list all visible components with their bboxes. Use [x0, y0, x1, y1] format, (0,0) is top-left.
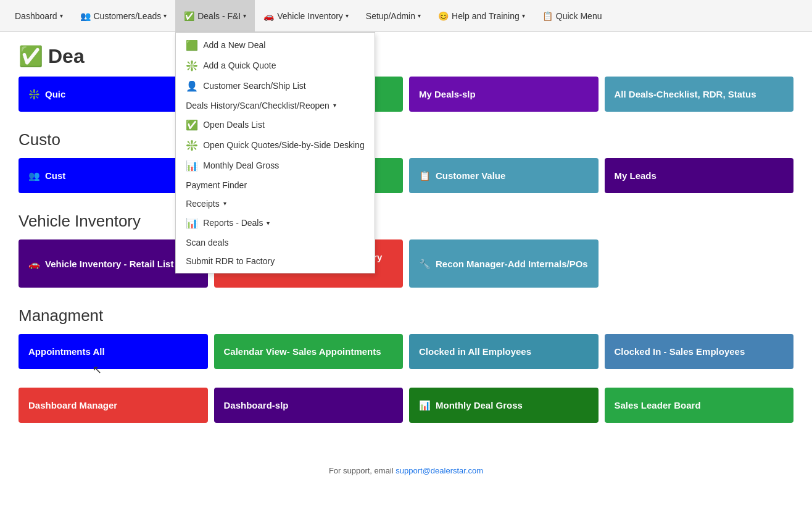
add-deal-icon: 🟩: [186, 40, 198, 51]
nav-vehicle-label: Vehicle Inventory: [277, 11, 343, 21]
vehicle-nav-icon: 🚗: [263, 11, 274, 21]
nav-vehicle-caret: ▾: [346, 12, 349, 19]
main-content: ✅ Dea ❇️ Quic My Deals-slp All Deals-Che…: [0, 32, 812, 454]
btn-clocked-in-all[interactable]: Clocked in All Employees: [409, 334, 599, 369]
nav-vehicle-inventory[interactable]: 🚗 Vehicle Inventory ▾: [255, 0, 357, 32]
footer-text: For support, email: [329, 466, 396, 475]
deals-button-grid: ❇️ Quic My Deals-slp All Deals-Checklist…: [19, 77, 793, 112]
nav-dashboard[interactable]: Dashboard ▾: [6, 0, 72, 32]
customer-search-icon: 👤: [186, 80, 198, 92]
nav-quick-menu-label: Quick Menu: [556, 11, 602, 21]
nav-deals-fni[interactable]: ✅ Deals - F&I ▾ 🟩 Add a New Deal ❇️ Add …: [175, 0, 255, 32]
deals-title-check: ✅: [19, 44, 43, 68]
reports-caret: ▾: [267, 220, 270, 227]
management-button-grid: Appointments All Calendar View- Sales Ap…: [19, 334, 793, 369]
dropdown-submit-rdr[interactable]: Submit RDR to Factory: [176, 252, 374, 270]
customers-button-grid: 👥 Cust Shop Today 📋 Customer Value My Le…: [19, 158, 793, 193]
management-section: Managment Appointments All Calendar View…: [19, 306, 793, 423]
quick-quote-icon: ❇️: [186, 60, 198, 72]
nav-help-label: Help and Training: [452, 11, 520, 21]
nav-setup-caret: ▾: [418, 12, 421, 19]
btn-clocked-in-sales[interactable]: Clocked In - Sales Employees: [605, 334, 794, 369]
dropdown-open-deals[interactable]: ✅ Open Deals List: [176, 115, 374, 135]
nav-setup-admin[interactable]: Setup/Admin ▾: [357, 0, 429, 32]
vehicle-inventory-section: Vehicle Inventory 🚗 Vehicle Inventory - …: [19, 212, 793, 288]
btn-appointments-all[interactable]: Appointments All: [19, 334, 208, 369]
deals-history-caret: ▾: [333, 102, 336, 109]
management-section-title: Managment: [19, 306, 793, 325]
nav-customers-label: Customers/Leads: [94, 11, 162, 21]
btn-sales-leader-board[interactable]: Sales Leader Board: [605, 388, 794, 423]
btn-recon-manager[interactable]: 🔧 Recon Manager-Add Internals/POs: [409, 239, 599, 288]
customers-icon: 👥: [80, 11, 91, 21]
btn-all-deals-checklist[interactable]: All Deals-Checklist, RDR, Status: [605, 77, 794, 112]
nav-dashboard-label: Dashboard: [15, 11, 57, 21]
monthly-gross-btn-icon: 📊: [419, 399, 431, 412]
vehicle-inventory-button-grid: 🚗 Vehicle Inventory - Retail List Vehicl…: [19, 239, 793, 288]
nav-quick-menu[interactable]: 📋 Quick Menu: [534, 0, 611, 32]
management-button-grid-2: Dashboard Manager Dashboard-slp 📊 Monthl…: [19, 388, 793, 423]
btn-my-leads[interactable]: My Leads: [605, 158, 794, 193]
nav-help-caret: ▾: [522, 12, 525, 19]
dropdown-receipts[interactable]: Receipts ▾: [176, 194, 374, 213]
btn-monthly-deal-gross[interactable]: 📊 Monthly Deal Gross: [409, 388, 599, 423]
dropdown-reports-deals[interactable]: 📊 Reports - Deals ▾: [176, 213, 374, 233]
help-icon: 😊: [438, 11, 449, 21]
reports-icon: 📊: [186, 217, 198, 229]
nav-customers-caret: ▾: [164, 12, 167, 19]
btn-dashboard-slp[interactable]: Dashboard-slp: [214, 388, 404, 423]
footer-email: support@dealerstar.com: [396, 466, 483, 475]
empty-slot: [605, 239, 794, 288]
dropdown-scan-deals[interactable]: Scan deals: [176, 233, 374, 252]
open-deals-icon: ✅: [186, 119, 198, 131]
dropdown-customer-search[interactable]: 👤 Customer Search/Ship List: [176, 76, 374, 96]
vi-retail-icon: 🚗: [28, 257, 40, 270]
footer-email-link[interactable]: support@dealerstar.com: [396, 466, 483, 475]
nav-dashboard-caret: ▾: [60, 12, 63, 19]
dropdown-add-quick-quote[interactable]: ❇️ Add a Quick Quote: [176, 56, 374, 76]
open-quotes-icon: ❇️: [186, 139, 198, 151]
footer: For support, email support@dealerstar.co…: [0, 454, 812, 488]
btn-calendar-view[interactable]: Calendar View- Sales Appointments: [214, 334, 404, 369]
nav-help-training[interactable]: 😊 Help and Training ▾: [429, 0, 534, 32]
navbar: Dashboard ▾ 👥 Customers/Leads ▾ ✅ Deals …: [0, 0, 812, 32]
quick-menu-icon: 📋: [542, 11, 553, 21]
nav-deals-caret: ▾: [243, 12, 246, 19]
vehicle-inventory-section-title: Vehicle Inventory: [19, 212, 793, 231]
dropdown-open-quick-quotes[interactable]: ❇️ Open Quick Quotes/Side-by-Side Deskin…: [176, 135, 374, 156]
dropdown-payment-finder[interactable]: Payment Finder: [176, 176, 374, 194]
deals-section-title: ✅ Dea: [19, 44, 793, 68]
btn-customer-value[interactable]: 📋 Customer Value: [409, 158, 599, 193]
dropdown-monthly-deal-gross[interactable]: 📊 Monthly Deal Gross: [176, 156, 374, 176]
nav-setup-label: Setup/Admin: [366, 11, 415, 21]
deals-dropdown: 🟩 Add a New Deal ❇️ Add a Quick Quote 👤 …: [175, 32, 375, 273]
dropdown-deals-history[interactable]: Deals History/Scan/Checklist/Reopen ▾: [176, 96, 374, 115]
customers-section: Custo 👥 Cust Shop Today 📋 Customer Value…: [19, 130, 793, 193]
recon-icon: 🔧: [419, 257, 431, 270]
monthly-gross-icon: 📊: [186, 160, 198, 172]
nav-customers-leads[interactable]: 👥 Customers/Leads ▾: [72, 0, 176, 32]
dropdown-add-new-deal[interactable]: 🟩 Add a New Deal: [176, 35, 374, 56]
receipts-caret: ▾: [223, 200, 226, 207]
customer-value-icon: 📋: [419, 169, 431, 182]
btn-my-deals-slp[interactable]: My Deals-slp: [409, 77, 599, 112]
customers-section-title: Custo: [19, 130, 793, 149]
deals-section: ✅ Dea ❇️ Quic My Deals-slp All Deals-Che…: [19, 44, 793, 112]
quick-quote-btn-icon: ❇️: [28, 88, 40, 101]
btn-dashboard-manager[interactable]: Dashboard Manager: [19, 388, 208, 423]
nav-deals-label: Deals - F&I: [197, 11, 241, 21]
deals-check-icon: ✅: [184, 11, 194, 21]
cust-icon: 👥: [28, 169, 40, 182]
